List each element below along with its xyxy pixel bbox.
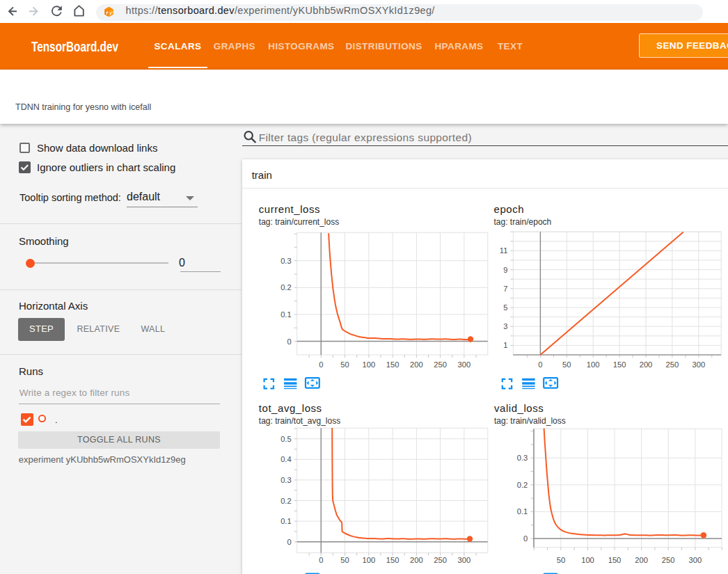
svg-text:tag: train/tot_avg_loss: tag: train/tot_avg_loss xyxy=(259,416,340,426)
svg-text:0: 0 xyxy=(319,360,323,369)
svg-text:3: 3 xyxy=(503,322,507,330)
svg-text:0.1: 0.1 xyxy=(280,310,292,319)
svg-text:150: 150 xyxy=(613,360,626,369)
svg-text:300: 300 xyxy=(688,556,702,564)
svg-text:5: 5 xyxy=(503,303,507,312)
svg-text:0: 0 xyxy=(287,337,291,346)
svg-text:1: 1 xyxy=(503,341,507,349)
svg-text:200: 200 xyxy=(635,556,648,564)
svg-text:0: 0 xyxy=(319,556,323,564)
svg-text:300: 300 xyxy=(458,360,471,369)
svg-text:100: 100 xyxy=(581,556,594,564)
svg-text:100: 100 xyxy=(587,360,600,369)
svg-text:250: 250 xyxy=(666,360,679,369)
svg-text:300: 300 xyxy=(458,556,471,564)
svg-text:250: 250 xyxy=(662,556,675,564)
svg-text:0.1: 0.1 xyxy=(280,517,292,525)
svg-text:valid_loss: valid_loss xyxy=(494,402,544,414)
svg-text:tag: train/epoch: tag: train/epoch xyxy=(494,217,552,227)
svg-text:0.5: 0.5 xyxy=(280,435,292,443)
svg-text:200: 200 xyxy=(410,556,423,564)
svg-text:0: 0 xyxy=(523,534,528,543)
svg-text:current_loss: current_loss xyxy=(259,203,320,215)
svg-text:0.3: 0.3 xyxy=(517,454,528,462)
svg-text:0: 0 xyxy=(287,538,291,546)
svg-text:tot_avg_loss: tot_avg_loss xyxy=(259,402,322,414)
svg-text:150: 150 xyxy=(608,556,622,564)
svg-text:100: 100 xyxy=(362,556,375,564)
svg-text:50: 50 xyxy=(557,556,565,564)
svg-text:9: 9 xyxy=(503,266,507,274)
svg-text:tag: train/current_loss: tag: train/current_loss xyxy=(259,217,339,227)
svg-text:epoch: epoch xyxy=(494,203,525,215)
svg-text:150: 150 xyxy=(386,556,399,564)
svg-text:50: 50 xyxy=(340,360,349,369)
svg-text:0.2: 0.2 xyxy=(280,497,292,505)
svg-text:0.1: 0.1 xyxy=(517,507,528,516)
svg-text:200: 200 xyxy=(410,360,423,369)
svg-text:300: 300 xyxy=(692,360,705,369)
svg-text:0: 0 xyxy=(538,360,542,369)
svg-text:50: 50 xyxy=(340,556,349,564)
svg-text:0.4: 0.4 xyxy=(280,455,292,463)
svg-text:200: 200 xyxy=(640,360,653,369)
svg-text:250: 250 xyxy=(434,360,447,369)
svg-text:50: 50 xyxy=(562,360,571,369)
svg-text:100: 100 xyxy=(362,360,375,369)
svg-text:0.3: 0.3 xyxy=(280,257,292,265)
svg-text:250: 250 xyxy=(434,556,447,564)
svg-text:7: 7 xyxy=(503,285,507,293)
svg-text:0.2: 0.2 xyxy=(280,283,292,292)
svg-text:150: 150 xyxy=(386,360,399,369)
svg-text:tag: train/valid_loss: tag: train/valid_loss xyxy=(494,416,566,426)
svg-text:0.3: 0.3 xyxy=(280,476,292,484)
svg-text:0.2: 0.2 xyxy=(517,481,528,489)
svg-text:11: 11 xyxy=(500,246,508,255)
